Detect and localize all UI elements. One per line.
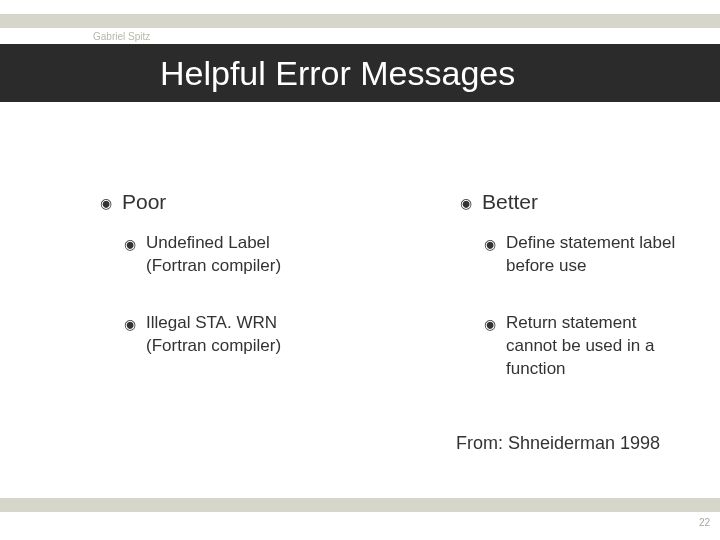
bullet-icon: ◉ (124, 235, 136, 254)
page-number: 22 (699, 517, 710, 528)
item-text: Illegal STA. WRN (Fortran compiler) (146, 312, 320, 358)
slide: Gabriel Spitz Helpful Error Messages ◉ P… (0, 0, 720, 540)
bullet-icon: ◉ (484, 235, 496, 254)
bullet-icon: ◉ (460, 195, 472, 211)
title-bar: Helpful Error Messages (0, 44, 720, 102)
bullet-icon: ◉ (484, 315, 496, 334)
column-better: ◉ Better ◉ Define statement label before… (360, 190, 720, 415)
content-columns: ◉ Poor ◉ Undefined Label (Fortran compil… (0, 190, 720, 415)
author-name: Gabriel Spitz (93, 31, 150, 42)
item-text: Undefined Label (Fortran compiler) (146, 232, 320, 278)
item-text: Define statement label before use (506, 232, 680, 278)
column-heading-poor: ◉ Poor (100, 190, 320, 214)
bullet-icon: ◉ (100, 195, 112, 211)
column-poor: ◉ Poor ◉ Undefined Label (Fortran compil… (0, 190, 360, 415)
list-item: ◉ Define statement label before use (484, 232, 680, 278)
bottom-decor-band (0, 498, 720, 512)
list-item: ◉ Illegal STA. WRN (Fortran compiler) (124, 312, 320, 358)
item-text: Return statement cannot be used in a fun… (506, 312, 680, 381)
list-item: ◉ Return statement cannot be used in a f… (484, 312, 680, 381)
top-decor-band (0, 14, 720, 28)
slide-title: Helpful Error Messages (0, 54, 515, 93)
citation: From: Shneiderman 1998 (456, 433, 660, 454)
list-item: ◉ Undefined Label (Fortran compiler) (124, 232, 320, 278)
column-heading-better: ◉ Better (460, 190, 680, 214)
heading-text: Poor (122, 190, 166, 214)
heading-text: Better (482, 190, 538, 214)
bullet-icon: ◉ (124, 315, 136, 334)
